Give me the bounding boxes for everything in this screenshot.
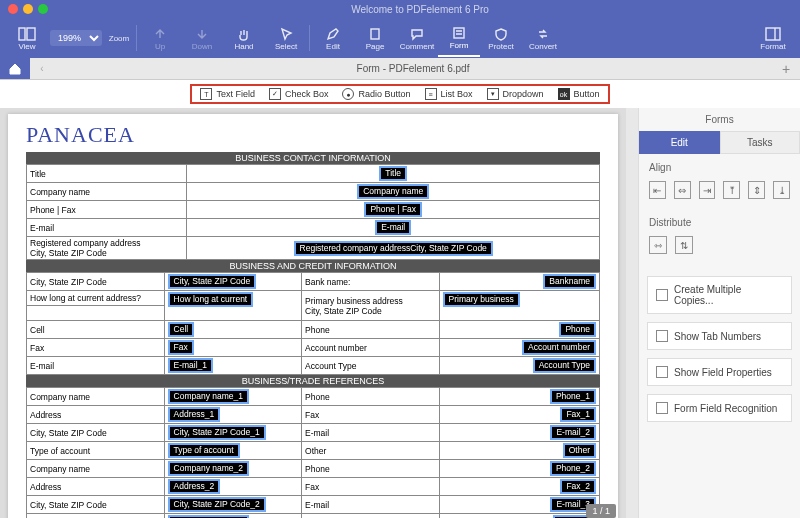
tab-tasks[interactable]: Tasks [720, 131, 801, 154]
field-cell[interactable]: Cell [168, 322, 195, 337]
select-button[interactable]: Select [265, 19, 307, 57]
radio-button-tool[interactable]: ●Radio Button [342, 88, 410, 100]
home-tab[interactable] [0, 58, 30, 79]
dropdown-icon: ▾ [487, 88, 499, 100]
up-button[interactable]: Up [139, 19, 181, 57]
field-citystate[interactable]: City, State ZIP Code [168, 274, 257, 289]
svg-rect-4 [766, 28, 780, 40]
contact-table: TitleTitle Company nameCompany name Phon… [26, 164, 600, 260]
field-address2[interactable]: Address_2 [168, 479, 221, 494]
edit-button[interactable]: Edit [312, 19, 354, 57]
props-icon [656, 366, 668, 378]
field-regaddr[interactable]: Registered company addressCity, State ZI… [294, 241, 493, 256]
field-howlong[interactable]: How long at current [168, 292, 254, 307]
shield-icon [492, 26, 510, 42]
text-field-icon: T [200, 88, 212, 100]
form-button[interactable]: Form [438, 19, 480, 57]
main-area: PANACEA BUSINESS CONTACT INFORMATION Tit… [0, 108, 800, 518]
right-panel: Forms Edit Tasks Align ⇤ ⇔ ⇥ ⤒ ⇕ ⤓ Distr… [638, 108, 800, 518]
label-company: Company name [27, 183, 187, 201]
field-fax1[interactable]: Fax_1 [560, 407, 596, 422]
field-bankname[interactable]: Bankname [543, 274, 596, 289]
field-other[interactable]: Other [563, 443, 596, 458]
trade-table: Company nameCompany name_1PhonePhone_1 A… [26, 387, 600, 518]
cursor-icon [277, 26, 295, 42]
close-window-button[interactable] [8, 4, 18, 14]
svg-rect-2 [371, 29, 379, 39]
field-phone1[interactable]: Phone_1 [550, 389, 596, 404]
field-email[interactable]: E-mail [375, 220, 411, 235]
document-tab[interactable]: Form - PDFelement 6.pdf [54, 58, 772, 79]
label-email: E-mail [27, 219, 187, 237]
page-icon [366, 26, 384, 42]
field-primaddr[interactable]: Primary business [443, 292, 520, 307]
field-fax[interactable]: Fax [168, 340, 194, 355]
arrow-down-icon [193, 26, 211, 42]
list-icon: ≡ [425, 88, 437, 100]
convert-button[interactable]: Convert [522, 19, 564, 57]
align-center-h-icon[interactable]: ⇔ [674, 181, 691, 199]
distribute-label: Distribute [639, 209, 800, 232]
down-button[interactable]: Down [181, 19, 223, 57]
convert-icon [534, 26, 552, 42]
view-button[interactable]: View [6, 19, 48, 57]
field-company1[interactable]: Company name_1 [168, 389, 249, 404]
field-address1[interactable]: Address_1 [168, 407, 221, 422]
align-top-icon[interactable]: ⤒ [723, 181, 740, 199]
field-acctnum[interactable]: Account number [522, 340, 596, 355]
align-right-icon[interactable]: ⇥ [699, 181, 716, 199]
page-button[interactable]: Page [354, 19, 396, 57]
brand-heading: PANACEA [26, 122, 600, 148]
check-box-tool[interactable]: ✓Check Box [269, 88, 329, 100]
field-phone2[interactable]: Phone_2 [550, 461, 596, 476]
create-copies-action[interactable]: Create Multiple Copies... [647, 276, 792, 314]
field-email2[interactable]: E-mail_2 [550, 425, 596, 440]
comment-icon [408, 26, 426, 42]
pdf-page: PANACEA BUSINESS CONTACT INFORMATION Tit… [8, 114, 618, 518]
window-titlebar: Welcome to PDFelement 6 Pro [0, 0, 800, 18]
tab-edit[interactable]: Edit [639, 131, 720, 154]
label-phone: Phone [302, 321, 440, 339]
field-title[interactable]: Title [379, 166, 407, 181]
field-company[interactable]: Company name [357, 184, 429, 199]
field-accttype[interactable]: Account Type [533, 358, 596, 373]
label-bankname: Bank name: [302, 273, 440, 291]
hand-button[interactable]: Hand [223, 19, 265, 57]
align-center-v-icon[interactable]: ⇕ [748, 181, 765, 199]
tab-back-button[interactable]: ‹ [30, 58, 54, 79]
dropdown-tool[interactable]: ▾Dropdown [487, 88, 544, 100]
align-label: Align [639, 154, 800, 177]
distribute-v-icon[interactable]: ⇅ [675, 236, 693, 254]
align-left-icon[interactable]: ⇤ [649, 181, 666, 199]
document-area[interactable]: PANACEA BUSINESS CONTACT INFORMATION Tit… [0, 108, 626, 518]
button-tool[interactable]: okButton [558, 88, 600, 100]
show-field-properties-action[interactable]: Show Field Properties [647, 358, 792, 386]
format-button[interactable]: Format [752, 19, 794, 57]
protect-button[interactable]: Protect [480, 19, 522, 57]
form-icon [450, 25, 468, 41]
vertical-scrollbar[interactable] [626, 108, 638, 518]
field-citystate1[interactable]: City, State ZIP Code_1 [168, 425, 266, 440]
add-tab-button[interactable]: + [772, 58, 800, 79]
form-field-recognition-action[interactable]: Form Field Recognition [647, 394, 792, 422]
field-typeacct[interactable]: Type of account [168, 443, 240, 458]
page-indicator: 1 / 1 [586, 504, 616, 518]
field-company2[interactable]: Company name_2 [168, 461, 249, 476]
section-contact: BUSINESS CONTACT INFORMATION [26, 152, 600, 164]
field-fax2[interactable]: Fax_2 [560, 479, 596, 494]
align-bottom-icon[interactable]: ⤓ [773, 181, 790, 199]
pencil-icon [324, 26, 342, 42]
traffic-lights [8, 4, 48, 14]
maximize-window-button[interactable] [38, 4, 48, 14]
field-phone[interactable]: Phone [559, 322, 596, 337]
field-phonefax[interactable]: Phone | Fax [364, 202, 422, 217]
list-box-tool[interactable]: ≡List Box [425, 88, 473, 100]
show-tab-numbers-action[interactable]: Show Tab Numbers [647, 322, 792, 350]
comment-button[interactable]: Comment [396, 19, 438, 57]
text-field-tool[interactable]: TText Field [200, 88, 255, 100]
field-citystate2[interactable]: City, State ZIP Code_2 [168, 497, 266, 512]
distribute-h-icon[interactable]: ⇿ [649, 236, 667, 254]
zoom-select[interactable]: 199% [50, 30, 102, 46]
field-email1[interactable]: E-mail_1 [168, 358, 214, 373]
minimize-window-button[interactable] [23, 4, 33, 14]
